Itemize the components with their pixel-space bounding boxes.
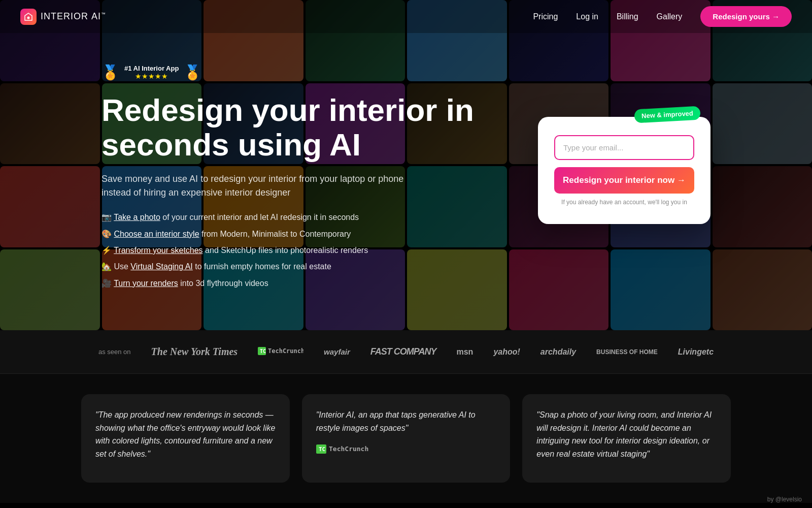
testimonial-card-3: "Snap a photo of your living room, and I…	[522, 394, 731, 483]
nav-links: Pricing Log in Billing Gallery Redesign …	[533, 6, 792, 27]
testimonial-quote-3: "Snap a photo of your living room, and I…	[536, 408, 717, 460]
award-laurel-left: 🏅	[101, 64, 119, 81]
logo-wordmark: INTERIOR AI™	[41, 11, 106, 22]
watermark: by @levelsio	[767, 496, 802, 503]
hero-headline: Redesign your interior in seconds using …	[101, 93, 507, 162]
feature-text-use: Use	[114, 262, 130, 271]
hero-feature-renders: 🎥 Turn your renders into 3d flythrough v…	[101, 278, 507, 289]
press-logo-livingetc: Livingetc	[678, 347, 714, 357]
nav-pricing[interactable]: Pricing	[533, 12, 558, 21]
award-badge: 🏅 #1 AI Interior App ★★★★★ 🏅	[101, 64, 507, 81]
cta-card: New & improved Redesign your interior no…	[538, 117, 710, 224]
nav-billing[interactable]: Billing	[617, 12, 638, 21]
svg-text:TC: TC	[260, 348, 266, 354]
testimonial-card-2: "Interior AI, an app that taps generativ…	[302, 394, 511, 483]
press-label: as seen on	[98, 348, 131, 356]
feature-text-photo: of your current interior and let AI rede…	[162, 213, 359, 221]
renders-emoji: 🎥	[101, 279, 112, 288]
testimonial-logo-2: TC TechCrunch	[316, 442, 496, 459]
testimonial-quote-1: "The app produced new renderings in seco…	[95, 408, 276, 460]
feature-text-renders: into 3d flythrough videos	[180, 279, 268, 288]
redesign-now-button[interactable]: Redesign your interior now →	[554, 167, 694, 194]
hero-left-panel: 🏅 #1 AI Interior App ★★★★★ 🏅 Redesign yo…	[101, 64, 507, 299]
feature-link-photo[interactable]: Take a photo	[114, 213, 160, 221]
navbar: INTERIOR AI™ Pricing Log in Billing Gall…	[0, 0, 812, 33]
nav-cta-button[interactable]: Redesign yours →	[700, 6, 792, 27]
hero-feature-staging: 🏡 Use Virtual Staging AI to furnish empt…	[101, 261, 507, 272]
hero-subtitle: Save money and use AI to redesign your i…	[101, 172, 416, 200]
press-logo-msn: msn	[456, 347, 473, 357]
feature-link-renders[interactable]: Turn your renders	[114, 279, 178, 288]
testimonials-section: "The app produced new renderings in seco…	[0, 374, 812, 503]
photo-emoji: 📷	[101, 213, 112, 221]
style-emoji: 🎨	[101, 230, 112, 238]
press-bar: as seen on The New York Times TC TechCru…	[0, 330, 812, 374]
svg-text:TC: TC	[319, 446, 325, 453]
press-logo-boh: BUSINESS OF HOME	[596, 348, 658, 356]
press-logo-yahoo: yahoo!	[493, 347, 520, 357]
testimonial-card-1: "The app produced new renderings in seco…	[81, 394, 290, 483]
new-improved-badge: New & improved	[634, 106, 701, 123]
logo[interactable]: INTERIOR AI™	[20, 9, 106, 25]
svg-text:TechCrunch: TechCrunch	[268, 347, 303, 355]
press-logo-archdaily: archdaily	[540, 347, 576, 357]
hero-content: 🏅 #1 AI Interior App ★★★★★ 🏅 Redesign yo…	[0, 0, 812, 330]
press-logos: The New York Times TC TechCrunch wayfair…	[151, 345, 714, 358]
hero-section: 🏅 #1 AI Interior App ★★★★★ 🏅 Redesign yo…	[0, 0, 812, 330]
staging-emoji: 🏡	[101, 262, 112, 271]
award-laurel-right: 🏅	[184, 64, 201, 81]
hero-feature-style: 🎨 Choose an interior style from Modern, …	[101, 229, 507, 240]
press-logo-techcrunch: TC TechCrunch	[258, 345, 303, 358]
award-stars: ★★★★★	[124, 72, 179, 80]
feature-link-sketches[interactable]: Transform your sketches	[114, 246, 202, 255]
press-logo-wayfair: wayfair	[324, 347, 350, 356]
sketches-emoji: ⚡	[101, 246, 112, 255]
login-hint: If you already have an account, we'll lo…	[554, 199, 694, 206]
svg-text:TechCrunch: TechCrunch	[329, 445, 368, 453]
award-text: #1 AI Interior App ★★★★★	[124, 65, 179, 80]
award-title: #1 AI Interior App	[124, 65, 179, 72]
press-logo-nyt: The New York Times	[151, 346, 238, 358]
hero-feature-photo: 📷 Take a photo of your current interior …	[101, 212, 507, 223]
email-input[interactable]	[554, 135, 694, 160]
nav-login[interactable]: Log in	[576, 12, 598, 21]
logo-icon	[20, 9, 37, 25]
testimonial-quote-2: "Interior AI, an app that taps generativ…	[316, 408, 496, 434]
feature-text-style: from Modern, Minimalist to Contemporary	[201, 230, 351, 238]
hero-features-list: 📷 Take a photo of your current interior …	[101, 212, 507, 289]
feature-link-style[interactable]: Choose an interior style	[114, 230, 199, 238]
feature-text-sketches: and SketchUp files into photorealistic r…	[205, 246, 368, 255]
feature-text-staging: to furnish empty homes for real estate	[195, 262, 331, 271]
hero-feature-sketches: ⚡ Transform your sketches and SketchUp f…	[101, 245, 507, 256]
svg-point-1	[27, 16, 30, 19]
press-logo-fastcompany: FAST COMPANY	[370, 346, 436, 357]
feature-link-staging[interactable]: Virtual Staging AI	[130, 262, 192, 271]
nav-gallery[interactable]: Gallery	[657, 12, 683, 21]
